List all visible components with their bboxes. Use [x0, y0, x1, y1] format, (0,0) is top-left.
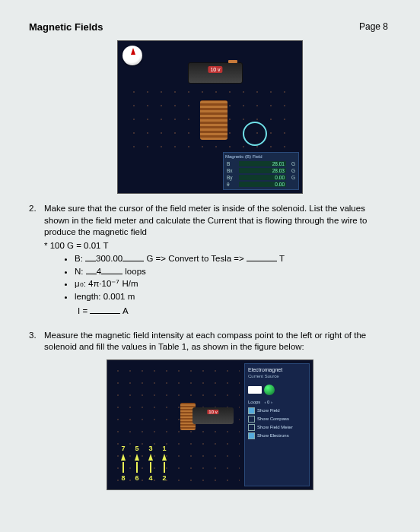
readout-row-theta: θ 0.00	[225, 181, 297, 188]
point-label-bottom: 2	[162, 474, 166, 482]
panel-subtitle: Current Source	[248, 374, 306, 378]
current-answer-line: I = A	[78, 306, 391, 318]
opt-label: Show Field Meter	[257, 425, 293, 429]
point-label-top: 1	[162, 445, 166, 452]
point-label-top: 3	[148, 445, 152, 452]
source-box-icon	[248, 386, 262, 394]
readout-unit: G	[288, 168, 295, 173]
point-label-bottom: 4	[148, 474, 152, 482]
arrow-up-icon	[121, 454, 126, 461]
readout-label: θ	[227, 182, 237, 187]
readout-row-bx: Bx 28.03 G	[225, 167, 297, 174]
loops-value: 0	[267, 400, 269, 404]
value: 4	[97, 267, 101, 276]
header-row: Magnetic Fields Page 8	[29, 21, 391, 33]
opt-label: Show Field	[257, 408, 280, 413]
tesla-unit: T	[279, 254, 285, 263]
point-col: 5 6	[135, 445, 139, 482]
source-selector	[248, 385, 306, 395]
question-2: 2. Make sure that the cursor of the fiel…	[29, 203, 391, 325]
given-b: B: 300.00 G => Convert to Tesla => T	[75, 253, 391, 265]
sim-control-panel: Electromagnet Current Source Loops ‹ 0 ›…	[244, 363, 310, 486]
conversion-note: * 100 G = 0.01 T	[44, 240, 391, 252]
checkbox-icon	[248, 432, 255, 439]
readout-value: 28.01	[239, 161, 286, 166]
field-meter-readout: Magnetic (B) Field B 28.01 G Bx 28.03 G …	[223, 152, 299, 190]
readout-label: Bx	[227, 168, 237, 173]
arrow-up-icon	[162, 454, 167, 461]
loops-label: Loops	[248, 400, 260, 404]
arrow-up-icon	[148, 454, 153, 461]
arrow-up-icon	[135, 454, 139, 461]
readout-label: B	[227, 161, 237, 166]
given-mu: μ₀: 4π·10⁻⁷ H/m	[75, 278, 391, 290]
battery-icon: 10 v	[192, 407, 234, 424]
page-number: Page 8	[359, 21, 388, 32]
readout-row-by: By 0.00 G	[225, 174, 297, 181]
label: N:	[75, 267, 84, 276]
opt-show-compass: Show Compass	[248, 416, 306, 423]
question-text: Measure the magnetic field intensity at …	[44, 331, 366, 352]
point-label-top: 7	[121, 445, 125, 452]
readout-value: 0.00	[239, 182, 286, 187]
point-label-bottom: 8	[121, 474, 125, 482]
simulation-figure-1: 10 v Magnetic (B) Field B 28.01 G Bx 28.…	[117, 40, 303, 194]
simulation-figure-2: 10 v 7 8 5 6 3 4 1	[107, 359, 313, 490]
battery-voltage-label: 10 v	[208, 66, 222, 73]
opt-label: Show Compass	[257, 416, 289, 421]
readout-row-b: B 28.01 G	[225, 160, 297, 167]
unit-conv: G => Convert to Tesla =>	[146, 254, 243, 263]
checkbox-icon	[248, 407, 255, 414]
unit: loops	[125, 267, 146, 276]
label: B:	[75, 254, 83, 263]
readout-unit: G	[288, 175, 295, 180]
given-length: length: 0.001 m	[75, 291, 391, 303]
battery-icon: 10 v	[188, 62, 243, 84]
readout-label: By	[227, 175, 237, 180]
question-number: 3.	[29, 330, 44, 353]
checkbox-icon	[248, 424, 255, 431]
question-number: 2.	[29, 203, 44, 325]
answer-prefix: I =	[78, 306, 88, 315]
panel-title: Electromagnet	[248, 367, 306, 372]
opt-show-field: Show Field	[248, 407, 306, 414]
opt-label: Show Electrons	[257, 433, 289, 438]
point-col: 7 8	[121, 445, 126, 482]
given-n: N: 4 loops	[75, 266, 391, 278]
question-text: Make sure that the cursor of the field m…	[44, 204, 367, 236]
loops-increment-icon: ›	[271, 400, 272, 404]
readout-title: Magnetic (B) Field	[225, 154, 297, 159]
measurement-points: 7 8 5 6 3 4 1 2	[121, 445, 167, 482]
checkbox-icon	[248, 416, 255, 423]
compass-icon	[123, 46, 142, 65]
point-label-top: 5	[135, 445, 138, 452]
opt-show-field-meter: Show Field Meter	[248, 424, 306, 431]
answer-unit: A	[123, 306, 129, 315]
battery-voltage-label: 10 v	[207, 410, 218, 414]
loops-row: Loops ‹ 0 ›	[248, 400, 306, 404]
readout-value: 28.03	[239, 168, 286, 173]
given-values-list: B: 300.00 G => Convert to Tesla => T N: …	[44, 253, 391, 302]
point-col: 1 2	[162, 445, 167, 482]
solenoid-icon	[200, 100, 228, 140]
point-label-bottom: 6	[135, 474, 138, 482]
value: 300.00	[96, 254, 123, 263]
readout-value: 0.00	[239, 175, 286, 180]
page-title: Magnetic Fields	[29, 21, 103, 33]
readout-unit	[288, 182, 295, 187]
worksheet-page: Magnetic Fields Page 8 10 v Magnetic (B)…	[0, 0, 420, 532]
readout-unit: G	[288, 161, 295, 166]
point-col: 3 4	[148, 445, 153, 482]
field-meter-cursor-icon	[243, 122, 267, 146]
refresh-icon	[264, 385, 275, 395]
opt-show-electrons: Show Electrons	[248, 432, 306, 439]
question-3: 3. Measure the magnetic field intensity …	[29, 330, 391, 353]
loops-decrement-icon: ‹	[264, 400, 266, 404]
